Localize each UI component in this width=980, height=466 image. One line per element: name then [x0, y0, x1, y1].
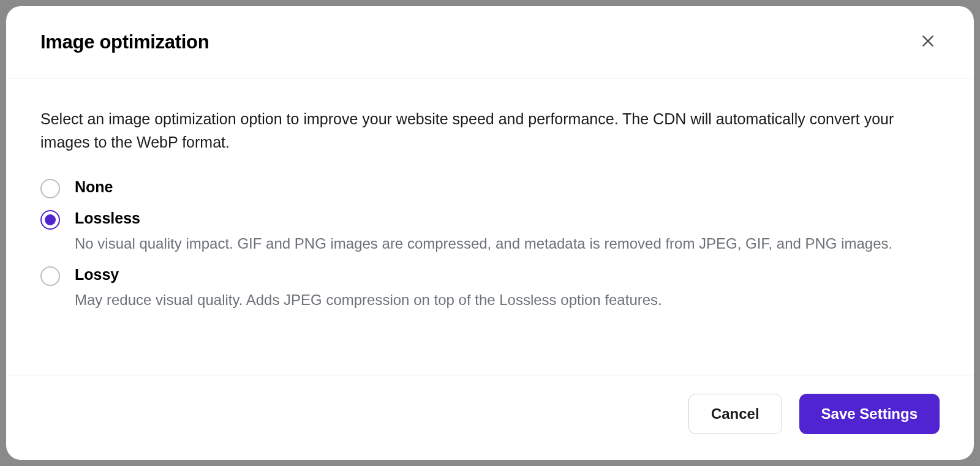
modal-header: Image optimization [6, 6, 974, 78]
modal-footer: Cancel Save Settings [6, 375, 974, 460]
modal-title: Image optimization [40, 31, 209, 53]
option-label-none[interactable]: None [75, 178, 113, 196]
radio-lossless[interactable] [40, 210, 60, 230]
radio-none[interactable] [40, 179, 60, 198]
radio-dot-icon [45, 214, 56, 225]
option-lossless: Lossless No visual quality impact. GIF a… [40, 209, 940, 255]
option-none: None [40, 178, 940, 198]
option-lossy: Lossy May reduce visual quality. Adds JP… [40, 266, 940, 311]
close-button[interactable] [916, 29, 940, 54]
option-desc-lossy: May reduce visual quality. Adds JPEG com… [75, 290, 940, 311]
option-content: None [75, 178, 940, 196]
cancel-button[interactable]: Cancel [688, 394, 782, 434]
close-icon [920, 33, 936, 51]
radio-lossy[interactable] [40, 266, 60, 286]
option-content: Lossy May reduce visual quality. Adds JP… [75, 266, 940, 311]
image-optimization-modal: Image optimization Select an image optim… [6, 6, 974, 460]
save-settings-button[interactable]: Save Settings [799, 394, 940, 434]
option-label-lossless[interactable]: Lossless [75, 209, 140, 227]
option-label-lossy[interactable]: Lossy [75, 266, 119, 284]
modal-body: Select an image optimization option to i… [6, 78, 974, 375]
modal-description: Select an image optimization option to i… [40, 108, 940, 154]
option-desc-lossless: No visual quality impact. GIF and PNG im… [75, 233, 940, 255]
option-content: Lossless No visual quality impact. GIF a… [75, 209, 940, 255]
